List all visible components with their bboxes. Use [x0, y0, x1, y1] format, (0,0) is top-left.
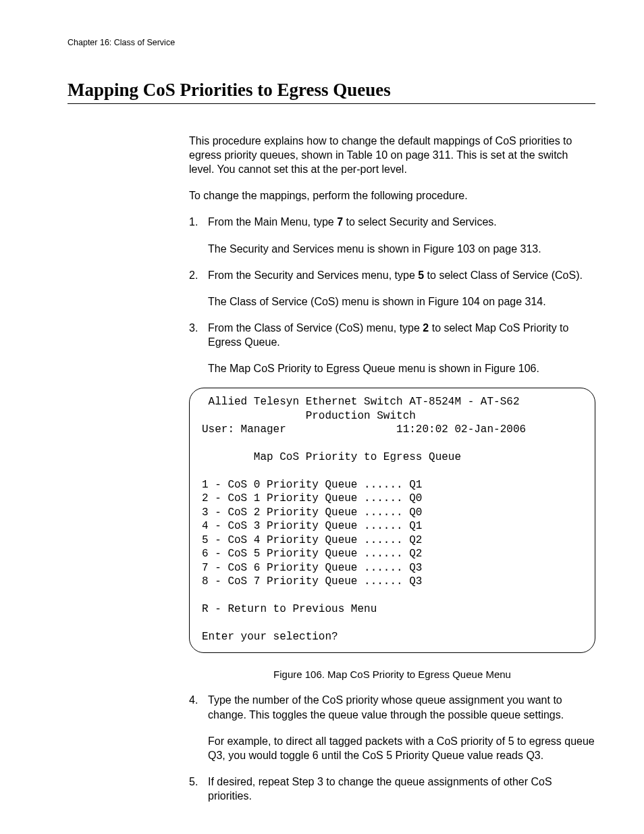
terminal-line: User: Manager 11:20:02 02-Jan-2006 — [202, 423, 583, 436]
step-text: If desired, repeat Step 3 to change the … — [208, 775, 595, 803]
step-text: From the Security and Services menu, typ… — [208, 268, 595, 282]
terminal-line: Map CoS Priority to Egress Queue — [202, 450, 583, 464]
terminal-blank — [202, 589, 583, 602]
text: From the Security and Services menu, typ… — [208, 269, 418, 281]
page: Chapter 16: Class of Service Mapping CoS… — [0, 0, 644, 834]
terminal-blank — [202, 617, 583, 630]
intro-paragraph-2: To change the mappings, perform the foll… — [189, 188, 595, 203]
step-number: 3. — [189, 321, 198, 335]
title-rule — [68, 103, 595, 104]
text: From the Main Menu, type — [208, 216, 337, 228]
step-1: 1. From the Main Menu, type 7 to select … — [189, 215, 595, 255]
menu-item-2: 2 - CoS 1 Priority Queue ...... Q0 — [202, 492, 583, 505]
key-5: 5 — [418, 269, 424, 281]
running-header: Chapter 16: Class of Service — [68, 38, 595, 47]
step-number: 5. — [189, 775, 198, 789]
step-3: 3. From the Class of Service (CoS) menu,… — [189, 321, 595, 375]
terminal-blank — [202, 437, 583, 450]
step-result: The Security and Services menu is shown … — [208, 242, 595, 256]
step-example: For example, to direct all tagged packet… — [208, 734, 595, 762]
text: to select Security and Services. — [343, 216, 497, 228]
terminal-blank — [202, 465, 583, 478]
step-5: 5. If desired, repeat Step 3 to change t… — [189, 775, 595, 803]
step-number: 4. — [189, 693, 198, 707]
step-text: Type the number of the CoS priority whos… — [208, 693, 595, 721]
menu-item-1: 1 - CoS 0 Priority Queue ...... Q1 — [202, 478, 583, 492]
procedure-list: 1. From the Main Menu, type 7 to select … — [189, 215, 595, 375]
menu-item-4: 4 - CoS 3 Priority Queue ...... Q1 — [202, 519, 583, 533]
terminal-line: Allied Telesyn Ethernet Switch AT-8524M … — [202, 395, 583, 409]
step-number: 1. — [189, 215, 198, 229]
key-2: 2 — [423, 322, 429, 334]
step-result: The Map CoS Priority to Egress Queue men… — [208, 361, 595, 375]
step-result: The Class of Service (CoS) menu is shown… — [208, 294, 595, 309]
menu-item-return: R - Return to Previous Menu — [202, 602, 583, 616]
procedure-list-continued: 4. Type the number of the CoS priority w… — [189, 693, 595, 803]
menu-item-8: 8 - CoS 7 Priority Queue ...... Q3 — [202, 575, 583, 588]
step-text: From the Class of Service (CoS) menu, ty… — [208, 321, 595, 349]
step-text: From the Main Menu, type 7 to select Sec… — [208, 215, 595, 229]
section-title: Mapping CoS Priorities to Egress Queues — [68, 80, 595, 101]
menu-item-3: 3 - CoS 2 Priority Queue ...... Q0 — [202, 506, 583, 519]
step-4: 4. Type the number of the CoS priority w… — [189, 693, 595, 762]
key-7: 7 — [337, 216, 343, 228]
terminal-line: Production Switch — [202, 409, 583, 423]
menu-item-5: 5 - CoS 4 Priority Queue ...... Q2 — [202, 533, 583, 547]
text: to select Class of Service (CoS). — [424, 269, 583, 281]
figure-caption: Figure 106. Map CoS Priority to Egress Q… — [189, 668, 595, 681]
intro-paragraph-1: This procedure explains how to change th… — [189, 134, 595, 176]
content-block: This procedure explains how to change th… — [189, 134, 595, 803]
step-number: 2. — [189, 268, 198, 282]
step-2: 2. From the Security and Services menu, … — [189, 268, 595, 309]
menu-item-6: 6 - CoS 5 Priority Queue ...... Q2 — [202, 547, 583, 561]
terminal-prompt: Enter your selection? — [202, 630, 583, 644]
terminal-menu: Allied Telesyn Ethernet Switch AT-8524M … — [189, 388, 595, 652]
menu-item-7: 7 - CoS 6 Priority Queue ...... Q3 — [202, 561, 583, 575]
text: From the Class of Service (CoS) menu, ty… — [208, 322, 423, 334]
